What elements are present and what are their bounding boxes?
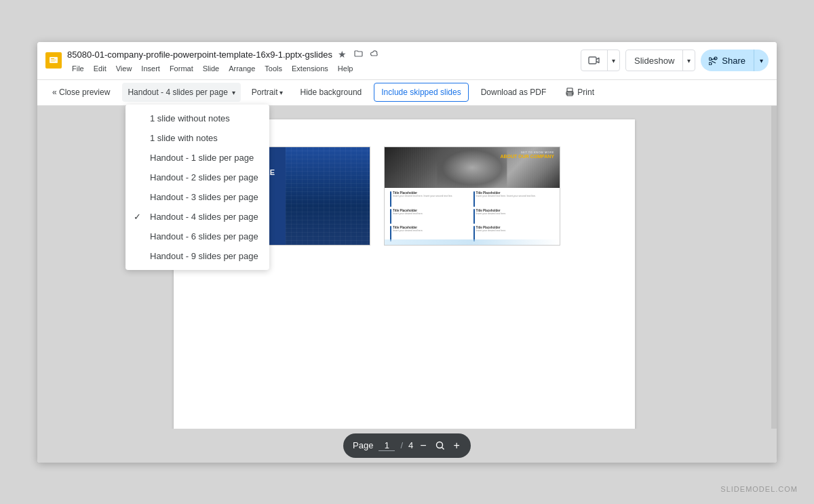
share-button-group: Share ▾ [701, 50, 769, 71]
bottom-bar: Page / 4 − + [37, 429, 777, 463]
menu-slide[interactable]: Slide [198, 63, 224, 74]
dropdown-item-2-label: Handout - 1 slide per page [150, 153, 254, 163]
check-mark-icon: ✓ [134, 212, 141, 222]
svg-point-9 [572, 92, 573, 93]
title-bar: 85080-01-company-profile-powerpoint-temp… [37, 42, 777, 80]
zoom-out-button[interactable]: − [419, 440, 427, 451]
menu-format[interactable]: Format [165, 63, 198, 74]
slide-thumb-2[interactable]: GET TO KNOW MORE ABOUT OUR COMPANY Title… [384, 147, 560, 246]
svg-point-10 [436, 442, 442, 448]
handout-dropdown-menu: 1 slide without notes 1 slide with notes… [125, 104, 269, 270]
share-main-button[interactable]: Share [701, 50, 754, 71]
slideshow-main-button[interactable]: Slideshow [626, 50, 682, 71]
dropdown-item-5-label: Handout - 4 slides per page [150, 212, 258, 222]
dropdown-item-6-label: Handout - 6 slides per page [150, 231, 258, 241]
toolbar: « Close preview Handout - 4 slides per p… [37, 80, 777, 106]
star-button[interactable]: ★ [336, 47, 348, 61]
menu-bar: File Edit View Insert Format Slide Arran… [67, 63, 381, 74]
dropdown-item-3[interactable]: Handout - 2 slides per page [125, 168, 269, 187]
slide2-title: ABOUT OUR COMPANY [500, 154, 554, 159]
slideshow-arrow-button[interactable]: ▾ [682, 50, 695, 71]
menu-file[interactable]: File [67, 63, 89, 74]
print-label: Print [577, 88, 594, 97]
menu-insert[interactable]: Insert [136, 63, 165, 74]
print-button[interactable]: Print [558, 83, 601, 102]
title-right: ▾ Slideshow ▾ Share [581, 50, 769, 71]
slide2-item-4: Title Placeholder Insert your desired te… [473, 209, 555, 225]
slides-icon [45, 52, 62, 69]
page-total: 4 [408, 440, 413, 450]
svg-rect-4 [589, 57, 596, 64]
slide2-item-2: Title Placeholder Insert your desired te… [473, 191, 555, 207]
hide-background-button[interactable]: Hide background [294, 83, 369, 102]
dropdown-item-0[interactable]: 1 slide without notes [125, 109, 269, 128]
dropdown-item-7-label: Handout - 9 slides per page [150, 251, 258, 261]
dropdown-item-3-label: Handout - 2 slides per page [150, 172, 258, 182]
svg-line-11 [442, 447, 444, 449]
share-label: Share [722, 56, 745, 66]
slideshow-dropdown-group: Slideshow ▾ [625, 50, 695, 71]
menu-extensions[interactable]: Extensions [287, 63, 333, 74]
dropdown-item-6[interactable]: Handout - 6 slides per page [125, 227, 269, 246]
handout-dropdown-label: Handout - 4 slides per page [128, 88, 227, 97]
watermark: SLIDEMODEL.COM [720, 485, 798, 493]
filename-text: 85080-01-company-profile-powerpoint-temp… [67, 50, 332, 60]
portrait-button[interactable]: Portrait ▾ [246, 83, 288, 102]
page-separator: / [400, 440, 403, 450]
menu-arrange[interactable]: Arrange [224, 63, 260, 74]
page-controls: Page / 4 − + [343, 433, 471, 458]
folder-button[interactable] [352, 47, 364, 62]
handout-dropdown-button[interactable]: Handout - 4 slides per page ▾ [122, 83, 240, 102]
title-filename: 85080-01-company-profile-powerpoint-temp… [67, 47, 381, 62]
right-scrollbar[interactable] [771, 106, 777, 429]
video-call-dropdown-button[interactable]: ▾ [607, 50, 619, 71]
dropdown-item-0-label: 1 slide without notes [150, 113, 230, 123]
dropdown-item-4[interactable]: Handout - 3 slides per page [125, 187, 269, 207]
app-wrapper: 85080-01-company-profile-powerpoint-temp… [0, 0, 814, 504]
portrait-label: Portrait [252, 88, 278, 97]
dropdown-item-1-label: 1 slide with notes [150, 133, 218, 143]
handout-dropdown-arrow: ▾ [232, 89, 235, 96]
zoom-fit-button[interactable] [433, 440, 447, 451]
menu-help[interactable]: Help [333, 63, 358, 74]
svg-line-6 [712, 61, 716, 63]
menu-tools[interactable]: Tools [260, 63, 287, 74]
svg-rect-7 [567, 88, 573, 92]
cloud-button[interactable] [368, 47, 381, 62]
share-arrow-button[interactable]: ▾ [754, 50, 769, 71]
video-call-main-button[interactable] [581, 50, 607, 71]
dropdown-item-7[interactable]: Handout - 9 slides per page [125, 246, 269, 266]
zoom-in-button[interactable]: + [452, 440, 461, 451]
menu-edit[interactable]: Edit [89, 63, 111, 74]
title-left: 85080-01-company-profile-powerpoint-temp… [45, 47, 381, 74]
window: 85080-01-company-profile-powerpoint-temp… [37, 42, 777, 463]
include-skipped-button[interactable]: Include skipped slides [374, 83, 468, 102]
video-call-button: ▾ [581, 50, 620, 71]
svg-rect-2 [51, 60, 56, 60]
slide2-item-1: Title Placeholder Insert your desired te… [390, 191, 471, 207]
svg-rect-1 [51, 58, 54, 59]
close-preview-button[interactable]: « Close preview [45, 83, 117, 102]
svg-rect-3 [51, 61, 55, 62]
page-label: Page [353, 440, 373, 450]
dropdown-item-5[interactable]: ✓ Handout - 4 slides per page [125, 207, 269, 227]
download-pdf-button[interactable]: Download as PDF [474, 83, 554, 102]
title-info: 85080-01-company-profile-powerpoint-temp… [67, 47, 381, 74]
dropdown-item-4-label: Handout - 3 slides per page [150, 192, 258, 202]
dropdown-item-1[interactable]: 1 slide with notes [125, 128, 269, 148]
slide2-item-3: Title Placeholder Insert your desired te… [390, 209, 471, 225]
dropdown-item-2[interactable]: Handout - 1 slide per page [125, 148, 269, 168]
page-number-input[interactable] [379, 440, 395, 451]
portrait-arrow: ▾ [279, 89, 283, 96]
menu-view[interactable]: View [111, 63, 137, 74]
